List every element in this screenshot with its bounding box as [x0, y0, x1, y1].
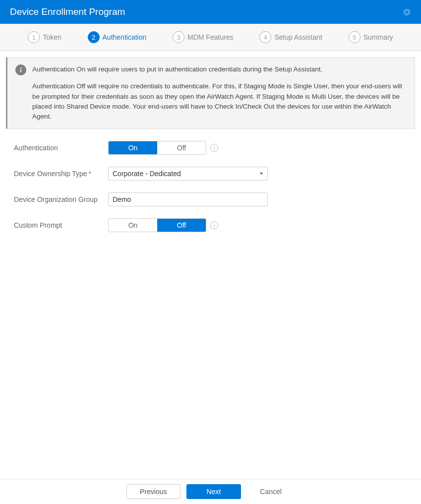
next-button[interactable]: Next	[186, 484, 241, 499]
dialog-header: Device Enrollment Program	[0, 0, 421, 24]
authentication-on-button[interactable]: On	[109, 141, 157, 154]
step-mdm-features[interactable]: 3 MDM Features	[173, 31, 234, 43]
row-custom-prompt: Custom Prompt On Off i	[14, 218, 407, 232]
info-paragraph-1: Authentication On will require users to …	[32, 64, 407, 74]
authentication-off-button[interactable]: Off	[157, 141, 206, 154]
dialog-title: Device Enrollment Program	[10, 6, 125, 17]
ownership-select-wrapper: Corporate - Dedicated	[108, 167, 268, 181]
step-token[interactable]: 1 Token	[28, 31, 61, 43]
step-summary[interactable]: 5 Summary	[349, 31, 393, 43]
help-icon[interactable]: i	[210, 144, 218, 152]
step-authentication[interactable]: 2 Authentication	[88, 31, 147, 43]
custom-prompt-off-button[interactable]: Off	[157, 219, 206, 232]
step-label: Setup Assistant	[274, 33, 322, 41]
info-text: Authentication On will require users to …	[32, 64, 407, 122]
label-ownership-text: Device Ownership Type	[14, 170, 87, 178]
control-org-group	[108, 192, 268, 206]
wizard-steps: 1 Token 2 Authentication 3 MDM Features …	[0, 24, 421, 51]
close-icon[interactable]	[402, 7, 411, 16]
step-number: 2	[88, 31, 100, 43]
label-ownership: Device Ownership Type*	[14, 167, 108, 178]
help-icon[interactable]: i	[210, 221, 218, 229]
authentication-toggle: On Off	[108, 141, 206, 155]
org-group-input[interactable]	[108, 192, 268, 206]
step-number: 1	[28, 31, 40, 43]
row-org-group: Device Organization Group	[14, 192, 407, 206]
step-label: Authentication	[103, 33, 147, 41]
custom-prompt-on-button[interactable]: On	[109, 219, 157, 232]
label-authentication: Authentication	[14, 141, 108, 152]
label-org-group: Device Organization Group	[14, 192, 108, 204]
previous-button[interactable]: Previous	[126, 484, 180, 499]
step-label: MDM Features	[187, 33, 234, 41]
info-paragraph-2: Authentication Off will require no crede…	[32, 81, 407, 122]
info-box: i Authentication On will require users t…	[6, 57, 415, 129]
cancel-button[interactable]: Cancel	[247, 485, 295, 499]
required-asterisk: *	[89, 170, 91, 178]
step-number: 5	[349, 31, 361, 43]
row-authentication: Authentication On Off i	[14, 141, 407, 155]
wizard-content: i Authentication On will require users t…	[0, 51, 421, 479]
control-custom-prompt: On Off i	[108, 218, 218, 232]
row-ownership: Device Ownership Type* Corporate - Dedic…	[14, 167, 407, 181]
custom-prompt-toggle: On Off	[108, 218, 206, 232]
step-number: 4	[259, 31, 271, 43]
form-area: Authentication On Off i Device Ownership…	[6, 141, 415, 232]
step-setup-assistant[interactable]: 4 Setup Assistant	[259, 31, 322, 43]
wizard-footer: Previous Next Cancel	[0, 479, 421, 504]
control-authentication: On Off i	[108, 141, 218, 155]
ownership-select[interactable]: Corporate - Dedicated	[108, 167, 268, 181]
info-icon: i	[15, 64, 26, 75]
control-ownership: Corporate - Dedicated	[108, 167, 268, 181]
label-custom-prompt: Custom Prompt	[14, 218, 108, 230]
step-label: Token	[43, 33, 61, 41]
step-number: 3	[173, 31, 184, 43]
step-label: Summary	[363, 33, 393, 41]
